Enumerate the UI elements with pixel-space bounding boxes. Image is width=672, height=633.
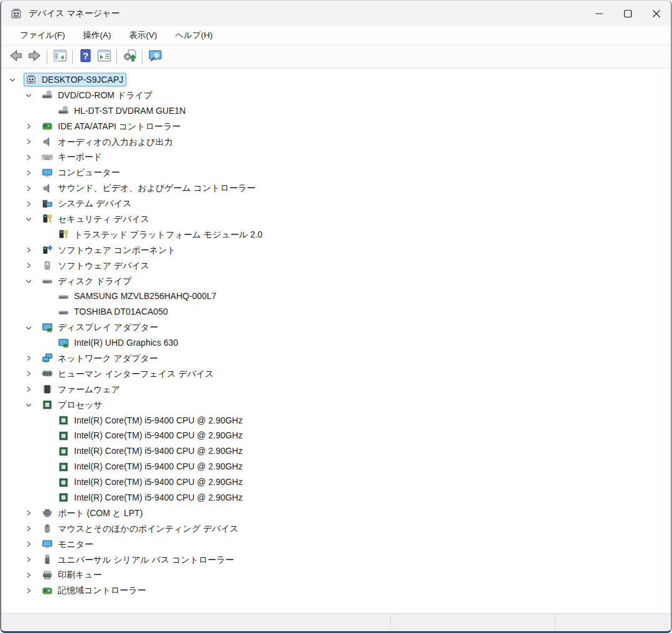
tree-item[interactable]: Intel(R) Core(TM) i5-9400 CPU @ 2.90GHz [1,413,671,428]
tree-node[interactable]: モニター [40,537,96,551]
tree-node[interactable]: マウスとそのほかのポインティング デバイス [40,522,241,535]
chevron-right-icon[interactable] [24,524,40,534]
tree-node[interactable]: ユニバーサル シリアル バス コントローラー [40,553,237,566]
tree-node[interactable]: SAMSUNG MZVLB256HAHQ-000L7 [56,290,220,303]
tree-item[interactable]: ディスプレイ アダプター [1,320,671,335]
tree-node[interactable]: DVD/CD-ROM ドライブ [40,88,156,102]
tree-item[interactable]: TOSHIBA DT01ACA050 [1,304,671,320]
chevron-right-icon[interactable] [24,152,40,162]
tree-node[interactable]: ディスプレイ アダプター [40,321,161,335]
tree-node[interactable]: ファームウェア [40,382,123,396]
tree-item[interactable]: ネットワーク アダプター [1,351,671,366]
tree-node[interactable]: Intel(R) Core(TM) i5-9400 CPU @ 2.90GHz [56,491,246,504]
tree-item[interactable]: ディスク ドライブ [1,274,671,289]
tree-node[interactable]: ディスク ドライブ [40,274,135,288]
tree-item[interactable]: マウスとそのほかのポインティング デバイス [1,521,671,537]
menu-file[interactable]: ファイル(F) [14,27,72,44]
tree-node[interactable]: Intel(R) Core(TM) i5-9400 CPU @ 2.90GHz [56,429,246,443]
tree-node[interactable]: オーディオの入力および出力 [40,135,176,149]
tree-node-selected[interactable]: DESKTOP-S9JCAPJ [24,73,126,86]
show-hide-console-tree-button[interactable] [50,47,69,66]
tree-node[interactable]: プロセッサ [40,398,106,412]
properties-button[interactable] [95,47,113,66]
tree-item[interactable]: Intel(R) Core(TM) i5-9400 CPU @ 2.90GHz [1,428,671,443]
minimize-button[interactable] [585,1,614,26]
tree-node[interactable]: TOSHIBA DT01ACA050 [56,305,171,319]
tree-item[interactable]: IDE ATA/ATAPI コントローラー [1,119,671,134]
chevron-right-icon[interactable] [24,167,40,178]
chevron-right-icon[interactable] [24,353,40,364]
menu-help[interactable]: ヘルプ(H) [169,27,219,44]
tree-item[interactable]: ポート (COM と LPT) [1,506,671,521]
tree-item[interactable]: ユニバーサル シリアル バス コントローラー [1,552,671,568]
chevron-down-icon[interactable] [7,75,24,85]
tree-item[interactable]: ソフトウェア デバイス [1,258,671,274]
tree-node[interactable]: Intel(R) UHD Graphics 630 [56,336,181,350]
tree-node[interactable]: 記憶域コントローラー [40,584,149,598]
chevron-right-icon[interactable] [24,261,40,271]
tree-node[interactable]: HL-DT-ST DVDRAM GUE1N [56,104,189,118]
tree-node[interactable]: Intel(R) Core(TM) i5-9400 CPU @ 2.90GHz [56,445,246,458]
tree-item[interactable]: Intel(R) Core(TM) i5-9400 CPU @ 2.90GHz [1,490,671,506]
tree-node[interactable]: ネットワーク アダプター [40,351,161,365]
tree-node[interactable]: IDE ATA/ATAPI コントローラー [40,119,184,133]
close-button[interactable] [642,1,671,26]
tree-node[interactable]: ポート (COM と LPT) [40,506,146,520]
chevron-right-icon[interactable] [24,245,40,256]
tree-item[interactable]: ソフトウェア コンポーネント [1,243,671,258]
chevron-right-icon[interactable] [24,369,40,379]
tree-item[interactable]: DESKTOP-S9JCAPJ [1,72,671,88]
tree-item[interactable]: Intel(R) Core(TM) i5-9400 CPU @ 2.90GHz [1,474,671,490]
chevron-right-icon[interactable] [24,539,40,550]
tree-node[interactable]: システム デバイス [40,197,135,211]
menu-view[interactable]: 表示(V) [123,27,164,44]
maximize-button[interactable] [614,1,642,26]
chevron-right-icon[interactable] [24,508,40,519]
tree-node[interactable]: コンピューター [40,166,123,180]
tree-item[interactable]: HL-DT-ST DVDRAM GUE1N [1,103,671,119]
tree-item[interactable]: コンピューター [1,165,671,180]
tree-item[interactable]: キーボード [1,149,671,165]
chevron-down-icon[interactable] [24,276,40,287]
tree-node[interactable]: 印刷キュー [40,568,105,582]
tree-node[interactable]: サウンド、ビデオ、およびゲーム コントローラー [40,182,258,195]
tree-node[interactable]: セキュリティ デバイス [40,212,152,226]
tree-item[interactable]: DVD/CD-ROM ドライブ [1,88,671,103]
chevron-right-icon[interactable] [24,570,40,580]
chevron-right-icon[interactable] [24,585,40,596]
tree-item[interactable]: サウンド、ビデオ、およびゲーム コントローラー [1,180,671,196]
tree-node[interactable]: トラステッド プラットフォーム モジュール 2.0 [56,228,266,241]
tree-node[interactable]: ヒューマン インターフェイス デバイス [40,367,217,381]
help-button[interactable]: ? [76,47,95,66]
tree-item[interactable]: Intel(R) Core(TM) i5-9400 CPU @ 2.90GHz [1,443,671,459]
menu-action[interactable]: 操作(A) [77,27,118,44]
tree-item[interactable]: システム デバイス [1,196,671,211]
chevron-right-icon[interactable] [24,137,40,147]
scan-hardware-changes-button[interactable] [120,47,139,66]
chevron-down-icon[interactable] [24,90,40,101]
tree-item[interactable]: プロセッサ [1,397,671,413]
chevron-down-icon[interactable] [24,400,40,410]
back-button[interactable] [6,47,25,66]
chevron-down-icon[interactable] [24,322,40,333]
chevron-right-icon[interactable] [24,555,40,565]
tree-item[interactable]: モニター [1,537,671,552]
tree-node[interactable]: ソフトウェア デバイス [40,259,152,272]
tree-item[interactable]: Intel(R) Core(TM) i5-9400 CPU @ 2.90GHz [1,459,671,474]
tree-item[interactable]: 記憶域コントローラー [1,583,671,598]
tree-item[interactable]: SAMSUNG MZVLB256HAHQ-000L7 [1,289,671,304]
tree-item[interactable]: ヒューマン インターフェイス デバイス [1,366,671,382]
forward-button[interactable] [25,47,44,66]
tree-node[interactable]: ソフトウェア コンポーネント [40,243,179,257]
chevron-right-icon[interactable] [24,183,40,193]
chevron-right-icon[interactable] [24,121,40,132]
device-search-button[interactable] [146,47,164,66]
tree-node[interactable]: キーボード [40,150,105,164]
tree-node[interactable]: Intel(R) Core(TM) i5-9400 CPU @ 2.90GHz [56,460,246,474]
tree-item[interactable]: Intel(R) UHD Graphics 630 [1,335,671,351]
tree-item[interactable]: 印刷キュー [1,568,671,583]
tree-item[interactable]: ファームウェア [1,382,671,397]
tree-item[interactable]: トラステッド プラットフォーム モジュール 2.0 [1,227,671,243]
chevron-down-icon[interactable] [24,214,40,224]
chevron-right-icon[interactable] [24,384,40,395]
